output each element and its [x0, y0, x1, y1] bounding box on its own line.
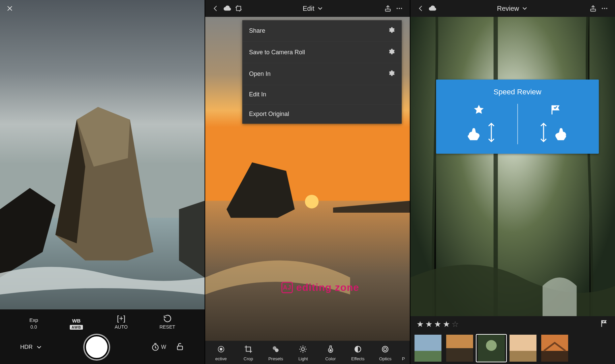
more-icon[interactable]	[394, 3, 405, 14]
reset-icon	[163, 314, 172, 323]
cloud-icon[interactable]	[221, 3, 233, 14]
svg-rect-8	[386, 9, 391, 11]
svg-point-25	[606, 8, 608, 9]
timer-icon[interactable]: W	[151, 343, 166, 352]
svg-point-16	[302, 348, 305, 351]
color-icon	[326, 344, 335, 354]
review-title[interactable]: Review	[497, 5, 529, 12]
star-rating[interactable]: ★ ★ ★ ★ ☆	[417, 320, 459, 329]
back-icon[interactable]	[415, 3, 427, 14]
optics-icon	[381, 344, 390, 354]
up-down-arrows-icon	[539, 121, 548, 144]
selective-icon	[217, 344, 225, 354]
more-icon[interactable]	[599, 3, 610, 14]
filmstrip[interactable]	[410, 332, 615, 364]
svg-point-23	[602, 8, 603, 9]
cloud-icon[interactable]	[427, 3, 438, 14]
tool-light[interactable]: Light	[289, 344, 317, 361]
reset-button[interactable]: RESET	[159, 314, 175, 330]
watermark-text: editing zone	[296, 282, 359, 293]
shutter-button[interactable]	[85, 335, 109, 359]
svg-point-11	[401, 8, 402, 9]
star-icon: ★	[417, 320, 424, 329]
auto-label: AUTO	[115, 324, 128, 330]
white-balance-control[interactable]: WB AWB	[70, 318, 83, 330]
chevron-down-icon	[316, 5, 324, 12]
svg-point-9	[397, 8, 398, 9]
svg-point-31	[486, 340, 497, 351]
svg-point-20	[384, 348, 387, 351]
exposure-label: Exp	[29, 317, 38, 323]
svg-rect-29	[446, 348, 473, 362]
share-icon[interactable]	[587, 3, 599, 14]
menu-item-share[interactable]: Share	[242, 20, 402, 42]
crop-preview-icon[interactable]	[233, 3, 244, 14]
gear-icon[interactable]	[388, 69, 395, 79]
flag-toggle[interactable]	[600, 319, 609, 329]
tool-crop[interactable]: Crop	[235, 344, 262, 361]
menu-item-label: Open In	[249, 70, 271, 78]
auto-button[interactable]: [+] AUTO	[115, 314, 128, 330]
tool-optics[interactable]: Optics	[372, 344, 399, 361]
edit-toolbar: ective Crop Presets Light Color Effects	[205, 341, 410, 364]
thumb-active[interactable]	[476, 335, 506, 362]
thumb[interactable]	[445, 335, 474, 362]
star-outline-icon: ☆	[452, 320, 459, 329]
svg-rect-3	[177, 346, 182, 350]
star-icon: ★	[443, 320, 450, 329]
svg-point-17	[330, 350, 331, 351]
tool-presets[interactable]: Presets	[262, 344, 289, 361]
menu-item-export-original[interactable]: Export Original	[242, 104, 402, 124]
star-icon: ★	[434, 320, 441, 329]
hdr-label: HDR	[20, 344, 33, 351]
review-screen: Review Speed Review	[410, 0, 615, 364]
menu-item-edit-in[interactable]: Edit In	[242, 85, 402, 104]
watermark: AJ editing zone	[281, 282, 359, 293]
flag-gesture-column	[519, 104, 593, 144]
thumb[interactable]	[508, 335, 538, 362]
tool-label: P	[402, 356, 405, 361]
svg-point-24	[604, 8, 605, 9]
edit-title[interactable]: Edit	[303, 5, 324, 12]
speed-review-card: Speed Review	[436, 80, 599, 154]
menu-item-label: Edit In	[249, 91, 266, 98]
tool-label: ective	[215, 356, 227, 361]
svg-point-19	[382, 346, 388, 352]
close-icon[interactable]	[6, 4, 13, 14]
thumb[interactable]	[540, 335, 570, 362]
tool-label: Optics	[379, 356, 392, 361]
tool-partial[interactable]: P	[399, 344, 408, 361]
edit-screen: Edit Share Save to Camera Roll Open In E…	[205, 0, 410, 364]
camera-screen: Exp 0.0 WB AWB [+] AUTO RESET HDR	[0, 0, 205, 364]
thumb[interactable]	[413, 335, 443, 362]
svg-rect-28	[446, 335, 473, 348]
exposure-control[interactable]: Exp 0.0	[29, 317, 38, 330]
chevron-down-icon	[521, 5, 528, 12]
edit-topbar: Edit	[205, 0, 410, 17]
svg-point-13	[220, 348, 222, 351]
light-icon	[299, 344, 307, 354]
lock-open-icon[interactable]	[176, 342, 184, 352]
speed-review-title: Speed Review	[442, 88, 593, 96]
camera-bottom-panel: Exp 0.0 WB AWB [+] AUTO RESET HDR	[0, 309, 205, 364]
tool-selective[interactable]: ective	[207, 344, 235, 361]
tool-label: Color	[325, 356, 336, 361]
partial-icon	[403, 344, 404, 354]
svg-point-10	[399, 8, 400, 9]
watermark-badge: AJ	[281, 282, 293, 293]
svg-point-15	[275, 348, 279, 352]
crop-icon	[244, 344, 253, 354]
hdr-toggle[interactable]: HDR	[20, 343, 43, 351]
review-title-label: Review	[497, 5, 519, 12]
menu-item-open-in[interactable]: Open In	[242, 63, 402, 85]
menu-item-label: Share	[249, 27, 265, 34]
tool-effects[interactable]: Effects	[344, 344, 371, 361]
gear-icon[interactable]	[388, 48, 395, 57]
menu-item-save-camera-roll[interactable]: Save to Camera Roll	[242, 42, 402, 63]
effects-icon	[353, 344, 362, 354]
swipe-hand-icon	[551, 122, 573, 143]
tool-color[interactable]: Color	[317, 344, 344, 361]
gear-icon[interactable]	[388, 26, 395, 35]
share-icon[interactable]	[382, 3, 394, 14]
back-icon[interactable]	[210, 3, 221, 14]
